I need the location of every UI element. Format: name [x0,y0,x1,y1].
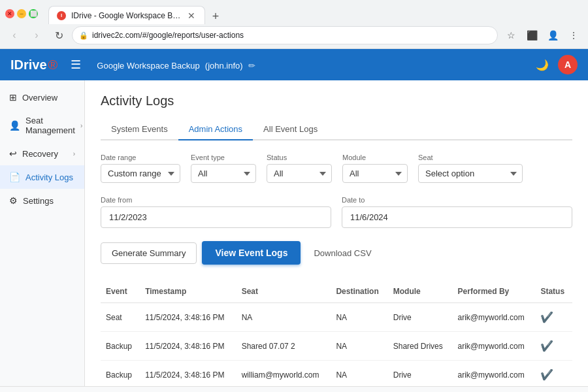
status-check-icon: ✔️ [540,369,553,380]
col-destination: Destination [331,280,387,303]
module-label: Module [342,154,408,161]
status-select[interactable]: All [267,164,332,183]
idrive-logo: IDrive® [10,57,57,73]
minimize-window-button[interactable]: – [17,9,26,18]
extensions-button[interactable]: ⬛ [523,26,541,44]
date-to-label: Date to [342,196,572,204]
table-row: Backup11/5/2024, 3:48:16 PMwilliam@mywor… [101,361,572,387]
table-cell: Drive [388,361,453,387]
date-from-input[interactable] [101,206,331,228]
top-nav: IDrive® ☰ Google Workspace Backup (john.… [0,49,588,80]
module-select[interactable]: All [342,164,408,183]
address-bar-row: ‹ › ↻ 🔒 idrivec2c.com/#/google/reports/u… [0,24,588,48]
address-actions: ☆ ⬛ 👤 ⋮ [502,26,583,44]
browser-titlebar: ✕ – ⬜ I IDrive - Google Workspace Ba... … [0,0,588,24]
table-cell: 11/5/2024, 3:48:16 PM [140,332,237,361]
tab-label: IDrive - Google Workspace Ba... [71,11,181,20]
table-cell: arik@myworld.com [453,303,536,332]
table-cell: william@myworld.com [237,361,331,387]
back-button[interactable]: ‹ [5,26,24,44]
date-range-inputs: Date from Date to [101,196,572,228]
activity-logs-icon: 📄 [9,172,20,182]
table-cell: Shared 07.07 2 [237,332,331,361]
sidebar-item-activity-logs[interactable]: 📄 Activity Logs [0,165,84,189]
profile-button[interactable]: 👤 [544,26,562,44]
seat-label: Seat [418,154,523,161]
table-row: Seat11/5/2024, 3:48:16 PMNANADrivearik@m… [101,303,572,332]
window-controls: ✕ – ⬜ [5,9,38,18]
date-range-label: Date range [101,154,180,161]
view-event-logs-button[interactable]: View Event Logs [202,241,301,265]
address-text: idrivec2c.com/#/google/reports/user-acti… [92,31,491,40]
avatar[interactable]: A [558,55,578,74]
table-cell: arik@myworld.com [453,361,536,387]
top-nav-actions: 🌙 A [532,54,578,75]
date-range-select[interactable]: Custom range [101,164,180,183]
sidebar-item-label: Overview [22,93,75,103]
status-check-icon: ✔️ [540,312,553,323]
tab-system-events[interactable]: System Events [101,119,178,140]
seat-select[interactable]: Select option [418,164,523,183]
new-tab-button[interactable]: + [208,8,223,24]
tab-close-button[interactable]: ✕ [186,10,197,21]
status-cell: ✔️ [535,361,572,387]
close-window-button[interactable]: ✕ [5,9,14,18]
chevron-right-icon: › [73,150,75,157]
menu-button[interactable]: ⋮ [564,26,583,44]
col-module: Module [388,280,453,303]
dark-mode-button[interactable]: 🌙 [532,54,553,75]
browser-tab[interactable]: I IDrive - Google Workspace Ba... ✕ [48,6,205,24]
sidebar-item-recovery[interactable]: ↩ Recovery › [0,142,84,165]
overview-icon: ⊞ [9,92,17,103]
filter-status: Status All [267,154,332,183]
download-csv-button[interactable]: Download CSV [306,243,379,263]
table-row: Backup11/5/2024, 3:48:16 PMShared 07.07 … [101,332,572,361]
sidebar-item-seat-management[interactable]: 👤 Seat Management › [0,109,84,142]
filter-module: Module All [342,154,408,183]
table-cell: 11/5/2024, 3:48:16 PM [140,361,237,387]
logo-dot: ® [48,57,58,73]
table-cell: Backup [101,332,140,361]
sidebar: ⊞ Overview 👤 Seat Management › ↩ Recover… [0,80,85,386]
forward-button[interactable]: › [27,26,46,44]
event-type-select[interactable]: All [191,164,256,183]
page-title: Activity Logs [101,93,572,108]
footer: Region: United States (Oregon) ©IDrive I… [0,386,588,392]
action-buttons: Generate Summary View Event Logs Downloa… [101,241,572,265]
filters-row: Date range Custom range Event type All S… [101,154,572,183]
col-performed-by: Performed By [453,280,536,303]
table-cell: Backup [101,361,140,387]
date-from-group: Date from [101,196,331,228]
date-to-input[interactable] [342,206,572,228]
app-title-main: Google Workspace Backup [97,61,199,71]
tab-admin-actions[interactable]: Admin Actions [178,119,253,140]
table-header-row: Event Timestamp Seat Destination Module … [101,280,572,303]
hamburger-button[interactable]: ☰ [65,54,86,75]
main-content: Activity Logs System Events Admin Action… [85,80,588,386]
chevron-right-icon: › [80,122,82,129]
table-cell: NA [237,303,331,332]
col-timestamp: Timestamp [140,280,237,303]
table-header: Event Timestamp Seat Destination Module … [101,280,572,303]
table-body: Seat11/5/2024, 3:48:16 PMNANADrivearik@m… [101,303,572,387]
sidebar-item-overview[interactable]: ⊞ Overview [0,86,84,109]
status-label: Status [267,154,332,161]
maximize-window-button[interactable]: ⬜ [29,9,38,18]
edit-title-icon[interactable]: ✏ [248,61,255,71]
app-body: ⊞ Overview 👤 Seat Management › ↩ Recover… [0,80,588,386]
address-bar[interactable]: 🔒 idrivec2c.com/#/google/reports/user-ac… [72,26,498,44]
table-cell: NA [331,361,387,387]
secure-icon: 🔒 [79,31,88,40]
reload-button[interactable]: ↻ [50,26,68,44]
table-cell: NA [331,303,387,332]
bookmark-button[interactable]: ☆ [502,26,520,44]
generate-summary-button[interactable]: Generate Summary [101,242,197,264]
logo-text: IDrive [10,57,47,73]
col-status: Status [535,280,572,303]
table-cell: Shared Drives [388,332,453,361]
settings-icon: ⚙ [9,195,18,206]
sidebar-item-label: Activity Logs [25,172,75,182]
tab-all-event-logs[interactable]: All Event Logs [253,119,328,140]
table-cell: NA [331,332,387,361]
sidebar-item-settings[interactable]: ⚙ Settings [0,189,84,212]
